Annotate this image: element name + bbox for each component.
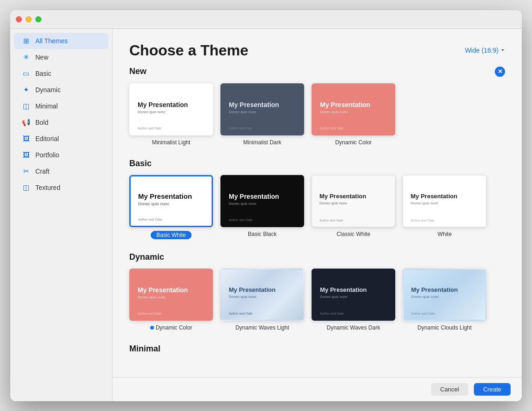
theme-thumb-dynamic-clouds-light: My Presentation Donec quis nunc Author a… xyxy=(403,269,486,321)
theme-label-dynamic-waves-dark: Dynamic Waves Dark xyxy=(327,324,380,331)
sidebar-item-dynamic[interactable]: ✦ Dynamic xyxy=(14,82,108,98)
sidebar-item-basic[interactable]: ▭ Basic xyxy=(14,66,108,81)
aspect-ratio-label: Wide (16:9) xyxy=(465,47,499,54)
theme-label-dynamic-clouds-light: Dynamic Clouds Light xyxy=(418,324,472,331)
main-area: Choose a Theme Wide (16:9) New ✕ xyxy=(113,29,522,401)
bold-icon: 📢 xyxy=(21,118,31,127)
theme-classic-white[interactable]: My Presentation Donec quis nunc Author a… xyxy=(312,175,395,239)
sidebar-item-bold[interactable]: 📢 Bold xyxy=(14,115,108,130)
app-window: Περιηγηθείτε σε κατηγορίες για να βρείτε… xyxy=(10,10,522,401)
maximize-button[interactable] xyxy=(35,16,41,22)
theme-thumb-minimalist-dark: My Presentation Donec quis nunc Author a… xyxy=(220,83,304,135)
theme-dynamic-color[interactable]: My Presentation Donec quis nunc Author a… xyxy=(129,269,213,331)
sidebar-label-portfolio: Portfolio xyxy=(35,151,59,159)
theme-dynamic-waves-dark[interactable]: My Presentation Donec quis nunc Author a… xyxy=(312,269,395,331)
theme-label-dynamic-color: Dynamic Color xyxy=(150,324,193,331)
craft-icon: ✂ xyxy=(21,167,31,176)
theme-thumb-white: My Presentation Donec quis nunc Author a… xyxy=(403,175,486,227)
create-button[interactable]: Create xyxy=(474,383,511,396)
selected-dot xyxy=(150,326,154,330)
theme-thumb-dynamic-waves-dark: My Presentation Donec quis nunc Author a… xyxy=(312,269,395,321)
sidebar-label-editorial: Editorial xyxy=(35,135,59,142)
sidebar-label-minimal: Minimal xyxy=(35,102,58,110)
sidebar-item-textured[interactable]: ◫ Textured xyxy=(14,180,108,195)
section-title-dynamic: Dynamic xyxy=(129,252,505,262)
minimize-button[interactable] xyxy=(26,16,32,22)
editorial-icon: 🖼 xyxy=(21,134,31,143)
chevron-down-icon xyxy=(500,48,505,53)
aspect-ratio-button[interactable]: Wide (16:9) xyxy=(465,47,505,54)
theme-dynamic-waves-light[interactable]: My Presentation Donec quis nunc Author a… xyxy=(220,269,304,331)
sidebar: Περιηγηθείτε σε κατηγορίες για να βρείτε… xyxy=(10,29,113,401)
sidebar-label-basic: Basic xyxy=(35,70,51,77)
rectangle-icon: ▭ xyxy=(21,69,31,78)
footer: Cancel Create xyxy=(113,377,522,401)
theme-thumb-dynamic-waves-light: My Presentation Donec quis nunc Author a… xyxy=(220,269,304,321)
titlebar xyxy=(10,10,522,29)
dynamic-icon: ✦ xyxy=(21,85,31,94)
theme-white[interactable]: My Presentation Donec quis nunc Author a… xyxy=(403,175,486,239)
theme-label-minimalist-dark: Minimalist Dark xyxy=(243,139,281,146)
theme-minimalist-light[interactable]: My Presentation Donec quis nunc Author a… xyxy=(129,83,213,146)
sidebar-item-new[interactable]: ✳ New xyxy=(14,49,108,65)
theme-thumb-dynamic-color-new: My Presentation Donec quis nunc Author a… xyxy=(312,83,395,135)
sparkle-icon: ✳ xyxy=(21,53,31,62)
textured-icon: ◫ xyxy=(21,183,31,192)
close-button[interactable] xyxy=(16,16,22,22)
new-themes-grid: My Presentation Donec quis nunc Author a… xyxy=(129,83,505,146)
theme-dynamic-clouds-light[interactable]: My Presentation Donec quis nunc Author a… xyxy=(403,269,486,331)
sidebar-label-craft: Craft xyxy=(35,168,49,175)
theme-dynamic-color-new[interactable]: My Presentation Donec quis nunc Author a… xyxy=(312,83,395,146)
theme-label-basic-black: Basic Black xyxy=(248,231,277,237)
sidebar-label-new: New xyxy=(35,54,48,61)
sidebar-item-minimal[interactable]: ◫ Minimal xyxy=(14,98,108,114)
main-header: Choose a Theme Wide (16:9) xyxy=(113,29,522,67)
sidebar-item-portfolio[interactable]: 🖼 Portfolio xyxy=(14,147,108,163)
theme-label-classic-white: Classic White xyxy=(337,231,371,237)
portfolio-icon: 🖼 xyxy=(21,150,31,160)
sidebar-label-bold: Bold xyxy=(35,119,48,126)
theme-basic-black[interactable]: My Presentation Donec quis nunc Author a… xyxy=(220,175,304,239)
section-basic: Basic My Presentation Donec quis nunc Au… xyxy=(129,159,505,239)
theme-label-minimalist-light: Minimalist Light xyxy=(152,139,191,146)
page-title: Choose a Theme xyxy=(129,42,248,59)
theme-thumb-minimalist-light: My Presentation Donec quis nunc Author a… xyxy=(129,83,213,135)
sidebar-label-textured: Textured xyxy=(35,184,60,191)
minimal-icon: ◫ xyxy=(21,101,31,111)
theme-thumb-basic-white: My Presentation Donec quis nunc Author a… xyxy=(129,175,213,227)
theme-minimalist-dark[interactable]: My Presentation Donec quis nunc Author a… xyxy=(220,83,304,146)
theme-label-basic-white: Basic White xyxy=(151,231,191,239)
section-dynamic: Dynamic My Presentation Donec quis nunc … xyxy=(129,252,505,331)
theme-label-white: White xyxy=(438,231,452,237)
section-title-basic: Basic xyxy=(129,159,505,168)
sidebar-label-all-themes: All Themes xyxy=(35,37,68,45)
dynamic-themes-grid: My Presentation Donec quis nunc Author a… xyxy=(129,269,505,331)
section-new: New ✕ My Presentation Donec quis nunc Au… xyxy=(129,67,505,146)
sidebar-item-craft[interactable]: ✂ Craft xyxy=(14,163,108,179)
theme-label-dynamic-color-new: Dynamic Color xyxy=(335,139,372,146)
cancel-button[interactable]: Cancel xyxy=(431,383,468,396)
section-title-minimal: Minimal xyxy=(129,344,505,354)
grid-icon: ⊞ xyxy=(21,36,31,46)
theme-thumb-basic-black: My Presentation Donec quis nunc Author a… xyxy=(220,175,304,227)
window-content: Περιηγηθείτε σε κατηγορίες για να βρείτε… xyxy=(10,29,522,401)
traffic-lights xyxy=(16,16,41,22)
theme-thumb-dynamic-color: My Presentation Donec quis nunc Author a… xyxy=(129,269,213,321)
themes-scroll-area[interactable]: New ✕ My Presentation Donec quis nunc Au… xyxy=(113,67,522,377)
theme-thumb-classic-white: My Presentation Donec quis nunc Author a… xyxy=(312,175,395,227)
sidebar-item-editorial[interactable]: 🖼 Editorial xyxy=(14,131,108,147)
close-section-button[interactable]: ✕ xyxy=(495,67,505,77)
theme-basic-white[interactable]: My Presentation Donec quis nunc Author a… xyxy=(129,175,213,239)
section-title-new: New ✕ xyxy=(129,67,505,77)
sidebar-item-all-themes[interactable]: ⊞ All Themes xyxy=(14,33,108,49)
section-minimal-header: Minimal xyxy=(129,344,505,354)
sidebar-label-dynamic: Dynamic xyxy=(35,86,60,94)
svg-marker-0 xyxy=(501,49,504,51)
basic-themes-grid: My Presentation Donec quis nunc Author a… xyxy=(129,175,505,239)
theme-label-dynamic-waves-light: Dynamic Waves Light xyxy=(235,324,289,331)
